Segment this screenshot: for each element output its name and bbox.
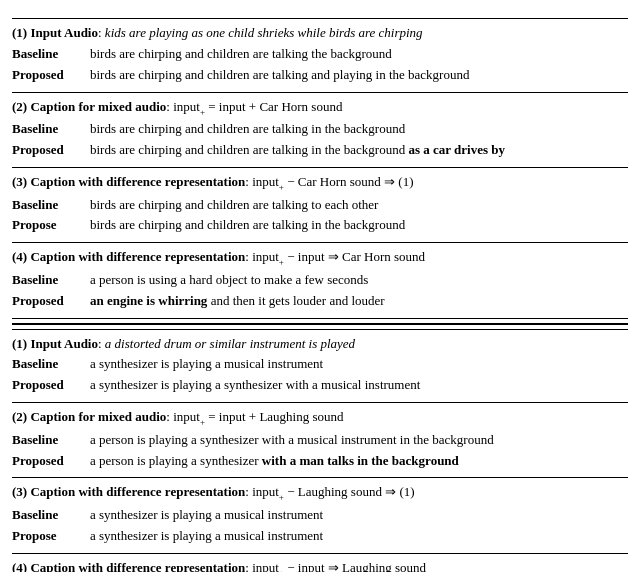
section-title-row: (3) Caption with difference representati…: [12, 483, 628, 504]
row-content: birds are chirping and children are talk…: [90, 196, 628, 215]
block-2: (1) Input Audio: a distorted drum or sim…: [12, 329, 628, 572]
data-row: Baselinebirds are chirping and children …: [12, 196, 628, 215]
row-label: Baseline: [12, 45, 90, 64]
data-row: Proposeda synthesizer is playing a synth…: [12, 376, 628, 395]
section: (1) Input Audio: kids are playing as one…: [12, 18, 628, 92]
section-title: (4) Caption with difference representati…: [12, 559, 426, 572]
row-label: Baseline: [12, 506, 90, 525]
section-title-row: (1) Input Audio: a distorted drum or sim…: [12, 335, 628, 354]
row-label: Baseline: [12, 271, 90, 290]
data-row: Baselinea synthesizer is playing a music…: [12, 506, 628, 525]
row-content: birds are chirping and children are talk…: [90, 66, 628, 85]
data-row: Baselinebirds are chirping and children …: [12, 120, 628, 139]
row-label: Propose: [12, 527, 90, 546]
row-content: a synthesizer is playing a synthesizer w…: [90, 376, 628, 395]
section-title-row: (3) Caption with difference representati…: [12, 173, 628, 194]
block-divider: [12, 323, 628, 325]
section-title-row: (2) Caption for mixed audio: input+ = in…: [12, 408, 628, 429]
section-title: (2) Caption for mixed audio: input+ = in…: [12, 98, 342, 119]
section-title: (2) Caption for mixed audio: input+ = in…: [12, 408, 344, 429]
data-row: Baselinebirds are chirping and children …: [12, 45, 628, 64]
row-label: Baseline: [12, 120, 90, 139]
row-label: Baseline: [12, 196, 90, 215]
row-label: Propose: [12, 216, 90, 235]
row-label: Proposed: [12, 292, 90, 311]
row-label: Proposed: [12, 141, 90, 160]
section-title: (3) Caption with difference representati…: [12, 173, 413, 194]
data-row: Baselinea person is playing a synthesize…: [12, 431, 628, 450]
data-row: Baselinea person is using a hard object …: [12, 271, 628, 290]
row-content: a synthesizer is playing a musical instr…: [90, 506, 628, 525]
row-label: Proposed: [12, 376, 90, 395]
section: (4) Caption with difference representati…: [12, 553, 628, 572]
section: (3) Caption with difference representati…: [12, 477, 628, 552]
section-title: (1) Input Audio: kids are playing as one…: [12, 24, 423, 43]
row-content: a person is using a hard object to make …: [90, 271, 628, 290]
row-content: a synthesizer is playing a musical instr…: [90, 527, 628, 546]
row-content: a person is playing a synthesizer with a…: [90, 431, 628, 450]
row-content: an engine is whirring and then it gets l…: [90, 292, 628, 311]
row-label: Proposed: [12, 452, 90, 471]
section: (2) Caption for mixed audio: input+ = in…: [12, 402, 628, 477]
section: (2) Caption for mixed audio: input+ = in…: [12, 92, 628, 167]
row-content: birds are chirping and children are talk…: [90, 45, 628, 64]
data-row: Baselinea synthesizer is playing a music…: [12, 355, 628, 374]
section-title: (3) Caption with difference representati…: [12, 483, 415, 504]
row-label: Proposed: [12, 66, 90, 85]
row-label: Baseline: [12, 431, 90, 450]
row-label: Baseline: [12, 355, 90, 374]
row-content: birds are chirping and children are talk…: [90, 141, 628, 160]
section-title: (4) Caption with difference representati…: [12, 248, 425, 269]
row-content: birds are chirping and children are talk…: [90, 120, 628, 139]
data-row: Proposedan engine is whirring and then i…: [12, 292, 628, 311]
block-1: (1) Input Audio: kids are playing as one…: [12, 18, 628, 319]
row-content: a synthesizer is playing a musical instr…: [90, 355, 628, 374]
data-row: Proposea synthesizer is playing a musica…: [12, 527, 628, 546]
row-content: a person is playing a synthesizer with a…: [90, 452, 628, 471]
section-title-row: (4) Caption with difference representati…: [12, 559, 628, 572]
section-title-row: (1) Input Audio: kids are playing as one…: [12, 24, 628, 43]
section: (1) Input Audio: a distorted drum or sim…: [12, 329, 628, 403]
data-row: Proposebirds are chirping and children a…: [12, 216, 628, 235]
section-title-row: (2) Caption for mixed audio: input+ = in…: [12, 98, 628, 119]
section-title: (1) Input Audio: a distorted drum or sim…: [12, 335, 355, 354]
data-row: Proposeda person is playing a synthesize…: [12, 452, 628, 471]
section: (3) Caption with difference representati…: [12, 167, 628, 242]
section: (4) Caption with difference representati…: [12, 242, 628, 318]
data-row: Proposedbirds are chirping and children …: [12, 66, 628, 85]
row-content: birds are chirping and children are talk…: [90, 216, 628, 235]
section-title-row: (4) Caption with difference representati…: [12, 248, 628, 269]
page: (1) Input Audio: kids are playing as one…: [0, 0, 640, 572]
data-row: Proposedbirds are chirping and children …: [12, 141, 628, 160]
